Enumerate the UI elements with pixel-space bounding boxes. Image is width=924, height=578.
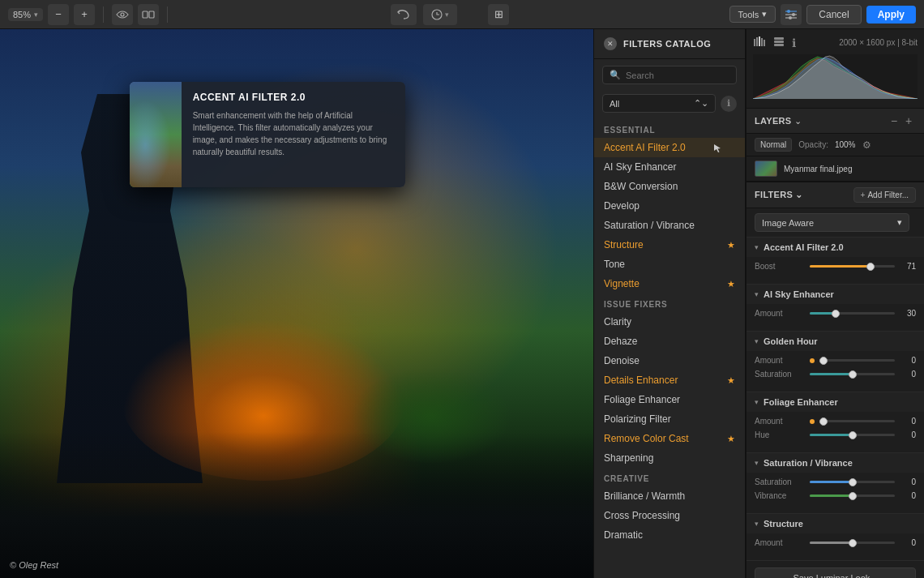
vibrance-value: 0 — [900, 491, 916, 500]
search-box[interactable]: 🔍 — [602, 66, 737, 84]
image-aware-dropdown[interactable]: Image Aware ▾ — [755, 213, 909, 232]
crop-button[interactable]: ⊞ — [488, 4, 509, 25]
layers-plus-button[interactable]: + — [901, 113, 916, 128]
info-button[interactable]: ℹ — [721, 96, 737, 112]
amount-thumb[interactable] — [832, 310, 840, 318]
filter-item-ai-sky-enhancer[interactable]: AI Sky Enhancer — [594, 157, 745, 177]
saturation-thumb[interactable] — [849, 370, 857, 379]
hue-thumb[interactable] — [849, 431, 857, 439]
svg-rect-18 — [774, 44, 784, 46]
accordion-header-accent-ai[interactable]: ▾ Accent AI Filter 2.0 — [746, 238, 924, 257]
layer-settings-icon[interactable]: ⚙ — [862, 139, 871, 151]
filter-item-foliage-enhancer[interactable]: Foliage Enhancer — [594, 390, 745, 409]
hue-track[interactable] — [810, 434, 895, 436]
filter-item-develop[interactable]: Develop — [594, 196, 745, 216]
svg-point-7 — [792, 13, 795, 16]
info-tab-icon[interactable]: ℹ — [792, 36, 796, 49]
saturation-track[interactable] — [810, 373, 895, 375]
boost-fill — [810, 265, 871, 268]
filter-item-dehaze[interactable]: Dehaze — [594, 332, 745, 351]
blend-mode-label[interactable]: Normal — [755, 138, 792, 152]
amount-value: 0 — [900, 538, 916, 547]
accordion-body-sat-vib: Saturation 0 Vibrance 0 — [746, 473, 924, 513]
filter-item-denoise[interactable]: Denoise — [594, 351, 745, 370]
undo-button[interactable] — [391, 4, 417, 25]
accordion-body-ai-sky: Amount 30 — [746, 304, 924, 331]
filter-item-vignette[interactable]: Vignette ★ — [594, 274, 745, 293]
layer-item[interactable]: Myanmar final.jpeg — [746, 156, 924, 182]
accordion-header-sat-vib[interactable]: ▾ Saturation / Vibrance — [746, 453, 924, 473]
save-luminar-look-button[interactable]: Save Luminar Look... — [755, 567, 916, 578]
accordion-header-foliage[interactable]: ▾ Foliage Enhancer — [746, 392, 924, 412]
filter-item-clarity[interactable]: Clarity — [594, 312, 745, 332]
star-icon: ★ — [727, 279, 735, 289]
layers-minus-button[interactable]: − — [887, 113, 901, 128]
amount-track[interactable] — [819, 420, 895, 422]
saturation-thumb[interactable] — [849, 478, 857, 486]
preview-button[interactable] — [112, 4, 133, 25]
layers-tab-icon[interactable] — [772, 36, 785, 49]
filter-item-polarizing-filter[interactable]: Polarizing Filter — [594, 409, 745, 429]
histogram-tab-icon[interactable] — [753, 36, 766, 49]
accordion-header-structure[interactable]: ▾ Structure — [746, 514, 924, 533]
boost-track[interactable] — [810, 265, 895, 268]
filter-item-name: Sharpening — [604, 452, 735, 464]
sliders-button[interactable] — [781, 4, 802, 25]
boost-thumb[interactable] — [866, 263, 875, 271]
apply-button[interactable]: Apply — [866, 6, 916, 24]
amount-thumb[interactable] — [819, 417, 828, 426]
main-toolbar: 85% ▾ − + ▾ — [0, 0, 924, 29]
filters-right-title: FILTERS ⌄ — [755, 190, 853, 200]
filter-item-accent-ai[interactable]: Accent AI Filter 2.0 — [594, 138, 745, 157]
amount-track[interactable] — [810, 312, 895, 315]
filter-item-details-enhancer[interactable]: Details Enhancer ★ — [594, 370, 745, 390]
saturation-slider-row: Saturation 0 — [755, 477, 916, 486]
accordion-header-ai-sky[interactable]: ▾ AI Sky Enhancer — [746, 285, 924, 304]
accordion-header-golden-hour[interactable]: ▾ Golden Hour — [746, 332, 924, 351]
accordion-body-foliage: Amount 0 Hue 0 — [746, 412, 924, 452]
filter-item-dramatic[interactable]: Dramatic — [594, 525, 745, 545]
amount-track[interactable] — [810, 542, 895, 544]
filters-list: ESSENTIAL Accent AI Filter 2.0 AI Sky En… — [594, 119, 745, 578]
filters-close-button[interactable]: ✕ — [604, 37, 617, 50]
filter-item-tone[interactable]: Tone — [594, 255, 745, 274]
filter-item-name: Dehaze — [604, 336, 735, 347]
accordion-chevron: ▾ — [755, 337, 759, 345]
section-label-creative: CREATIVE — [594, 468, 745, 486]
zoom-control[interactable]: 85% ▾ — [8, 8, 43, 21]
filter-item-name: Saturation / Vibrance — [604, 220, 735, 231]
filter-item-cross-processing[interactable]: Cross Processing — [594, 506, 745, 525]
compare-button[interactable] — [138, 4, 159, 25]
filter-item-brilliance-warmth[interactable]: Brilliance / Warmth — [594, 486, 745, 506]
history-button[interactable]: ▾ — [423, 4, 457, 25]
layers-icon — [772, 36, 785, 47]
vibrance-thumb[interactable] — [849, 492, 857, 500]
accordion-chevron: ▾ — [755, 243, 759, 251]
filter-item-remove-color-cast[interactable]: Remove Color Cast ★ — [594, 429, 745, 448]
add-filter-button[interactable]: + Add Filter... — [853, 187, 916, 203]
vibrance-track[interactable] — [810, 495, 895, 497]
amount-thumb[interactable] — [819, 357, 828, 365]
history-icon — [431, 9, 443, 20]
vibrance-label: Vibrance — [755, 491, 805, 500]
image-aware-label: Image Aware — [762, 218, 814, 228]
saturation-track[interactable] — [810, 481, 895, 483]
filter-item-sharpening[interactable]: Sharpening — [594, 448, 745, 468]
zoom-out-button[interactable]: − — [48, 4, 69, 25]
accent-ai-preview-popup: ACCENT AI FILTER 2.0 Smart enhancement w… — [130, 82, 405, 187]
filter-item-saturation-vibrance[interactable]: Saturation / Vibrance — [594, 216, 745, 235]
filter-item-bw-conversion[interactable]: B&W Conversion — [594, 177, 745, 196]
filters-catalog-panel: ✕ FILTERS CATALOG 🔍 All ⌃⌄ ℹ ESSENTIAL A… — [593, 29, 746, 578]
category-dropdown[interactable]: All ⌃⌄ — [602, 94, 716, 113]
zoom-in-button[interactable]: + — [74, 4, 95, 25]
search-input[interactable] — [626, 71, 729, 80]
accordion-chevron: ▾ — [755, 290, 759, 298]
cancel-button[interactable]: Cancel — [806, 5, 861, 24]
amount-thumb[interactable] — [849, 539, 857, 547]
filter-item-name: Clarity — [604, 316, 735, 328]
toolbar-separator-1 — [103, 6, 104, 23]
svg-rect-12 — [756, 37, 758, 46]
amount-track[interactable] — [819, 359, 895, 362]
tools-button[interactable]: Tools ▾ — [729, 6, 776, 23]
filter-item-structure[interactable]: Structure ★ — [594, 235, 745, 255]
